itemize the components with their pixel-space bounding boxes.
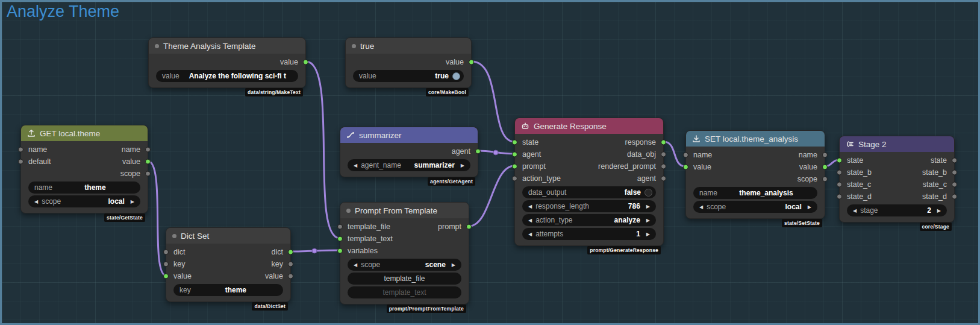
output-port[interactable] <box>145 147 151 153</box>
widget-value: Analyze the following sci-fi t <box>183 72 292 80</box>
input-port[interactable] <box>163 262 169 267</box>
combo-right-arrow-icon[interactable]: ▶ <box>937 208 941 213</box>
output-port[interactable] <box>952 158 957 163</box>
node-theme-analysis-template[interactable]: Theme Analysis Template value value Anal… <box>148 37 306 88</box>
output-port[interactable] <box>475 149 481 154</box>
node-header[interactable]: summarizer <box>340 127 478 143</box>
node-header[interactable]: Generate Response <box>515 118 663 134</box>
output-port[interactable] <box>469 60 474 65</box>
port-label: name <box>122 145 140 154</box>
node-prompt-from-template[interactable]: Prompt From Template template_file promp… <box>340 202 469 304</box>
input-port[interactable] <box>512 176 517 181</box>
input-port[interactable] <box>512 164 517 169</box>
scope-combo-widget[interactable]: ◀ scope local ▶ <box>28 195 140 207</box>
input-port[interactable] <box>837 182 842 188</box>
input-port[interactable] <box>337 236 343 242</box>
node-summarizer[interactable]: summarizer agent ◀ agent_name summarizer… <box>340 127 478 177</box>
port-label: agent <box>522 150 541 159</box>
name-widget[interactable]: name theme_analysis <box>693 187 817 199</box>
name-widget[interactable]: name theme <box>28 181 140 194</box>
node-header[interactable]: Theme Analysis Template <box>149 38 305 54</box>
node-header[interactable]: GET local.theme <box>21 125 148 141</box>
output-port[interactable] <box>661 176 666 181</box>
node-generate-response[interactable]: Generate Response state response agent d… <box>514 118 664 246</box>
combo-left-arrow-icon[interactable]: ◀ <box>528 204 532 209</box>
node-title: Theme Analysis Template <box>163 42 256 51</box>
node-stage-2[interactable]: Stage 2 state state state_b state_b stat… <box>839 136 955 222</box>
output-port[interactable] <box>303 60 308 65</box>
response-length-combo-widget[interactable]: ◀ response_length 786 ▶ <box>522 200 656 212</box>
input-port[interactable] <box>837 158 842 163</box>
output-port[interactable] <box>145 171 151 177</box>
combo-right-arrow-icon[interactable]: ▶ <box>646 218 650 223</box>
node-header[interactable]: Prompt From Template <box>340 203 469 218</box>
combo-right-arrow-icon[interactable]: ▶ <box>808 204 811 210</box>
output-port[interactable] <box>466 224 472 230</box>
input-port[interactable] <box>163 250 169 255</box>
reroute-dot[interactable] <box>493 150 498 155</box>
output-port[interactable] <box>952 194 957 200</box>
value-widget[interactable]: value Analyze the following sci-fi t <box>156 70 298 82</box>
bool-toggle-widget[interactable]: value true <box>353 70 464 82</box>
node-set-local-theme-analysis[interactable]: SET local.theme_analysis name name value… <box>685 130 825 219</box>
output-port[interactable] <box>822 177 828 182</box>
input-port[interactable] <box>18 147 23 153</box>
input-port[interactable] <box>512 152 517 157</box>
combo-right-arrow-icon[interactable]: ▶ <box>131 199 134 204</box>
output-port[interactable] <box>145 159 151 165</box>
combo-left-arrow-icon[interactable]: ◀ <box>853 208 857 213</box>
node-graph-canvas[interactable]: Analyze Theme Theme Analysis Template va… <box>0 0 980 325</box>
key-widget[interactable]: key theme <box>173 284 283 296</box>
node-header[interactable]: true <box>346 38 471 54</box>
input-port[interactable] <box>163 274 169 279</box>
port-label: prompt <box>438 222 461 231</box>
widget-label: template_file <box>384 274 425 283</box>
combo-left-arrow-icon[interactable]: ◀ <box>354 262 357 268</box>
output-port[interactable] <box>952 182 957 188</box>
combo-left-arrow-icon[interactable]: ◀ <box>354 163 357 168</box>
action-type-combo-widget[interactable]: ◀ action_type analyze ▶ <box>522 214 656 226</box>
input-port[interactable] <box>837 170 842 175</box>
node-dict-set[interactable]: Dict Set dict dict key key value value <box>166 227 291 302</box>
node-header[interactable]: Stage 2 <box>840 136 954 152</box>
input-port[interactable] <box>337 248 343 254</box>
combo-left-arrow-icon[interactable]: ◀ <box>528 232 532 237</box>
toggle-on-icon[interactable] <box>452 72 460 80</box>
data-output-toggle-widget[interactable]: data_output false <box>522 186 656 198</box>
attempts-combo-widget[interactable]: ◀ attempts 1 ▶ <box>522 228 656 240</box>
combo-right-arrow-icon[interactable]: ▶ <box>461 163 464 168</box>
output-port[interactable] <box>661 164 666 169</box>
output-port[interactable] <box>288 262 293 267</box>
input-port[interactable] <box>837 194 842 200</box>
node-true[interactable]: true value value true core/MakeBool <box>345 37 472 88</box>
node-header[interactable]: SET local.theme_analysis <box>686 131 825 147</box>
output-port[interactable] <box>822 165 828 170</box>
combo-right-arrow-icon[interactable]: ▶ <box>646 204 650 209</box>
input-port[interactable] <box>18 159 23 165</box>
toggle-off-icon[interactable] <box>644 189 652 197</box>
input-port[interactable] <box>512 140 517 145</box>
scope-combo-widget[interactable]: ◀ scope scene ▶ <box>348 259 461 271</box>
output-port[interactable] <box>288 250 293 255</box>
output-port[interactable] <box>952 170 957 175</box>
combo-right-arrow-icon[interactable]: ▶ <box>646 232 650 237</box>
combo-left-arrow-icon[interactable]: ◀ <box>528 218 532 223</box>
input-port[interactable] <box>683 165 688 170</box>
node-header[interactable]: Dict Set <box>166 228 290 244</box>
scope-combo-widget[interactable]: ◀ scope local ▶ <box>693 201 817 213</box>
output-port[interactable] <box>288 274 293 279</box>
stage-combo-widget[interactable]: ◀ stage 2 ▶ <box>847 204 947 216</box>
combo-left-arrow-icon[interactable]: ◀ <box>34 199 38 204</box>
input-port[interactable] <box>337 224 343 230</box>
output-port[interactable] <box>661 152 666 157</box>
output-port[interactable] <box>661 140 666 145</box>
combo-right-arrow-icon[interactable]: ▶ <box>452 262 455 268</box>
agent-name-combo-widget[interactable]: ◀ agent_name summarizer ▶ <box>348 159 470 171</box>
port-row: state_d state_d <box>840 191 954 203</box>
node-get-local-theme[interactable]: GET local.theme name name default value … <box>20 125 148 213</box>
output-port[interactable] <box>822 153 828 158</box>
input-port[interactable] <box>683 153 688 158</box>
combo-left-arrow-icon[interactable]: ◀ <box>699 204 703 210</box>
reroute-dot[interactable] <box>312 248 317 253</box>
template-file-widget[interactable]: template_file <box>348 273 461 285</box>
